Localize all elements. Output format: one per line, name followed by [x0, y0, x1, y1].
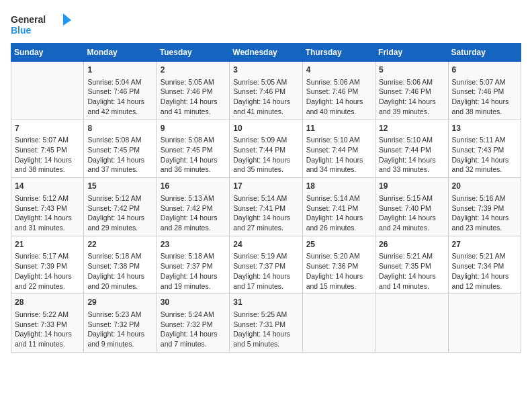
day-number: 10 [233, 123, 298, 134]
calendar-cell: 22Sunrise: 5:18 AMSunset: 7:38 PMDayligh… [84, 236, 157, 294]
week-row-5: 28Sunrise: 5:22 AMSunset: 7:33 PMDayligh… [11, 294, 521, 353]
day-number: 29 [87, 297, 152, 308]
header-day-thursday: Thursday [302, 44, 375, 62]
calendar-cell [375, 294, 448, 353]
calendar-cell: 30Sunrise: 5:24 AMSunset: 7:32 PMDayligh… [157, 294, 229, 353]
day-number: 5 [379, 64, 444, 76]
day-number: 8 [87, 123, 152, 134]
day-content: Sunrise: 5:05 AMSunset: 7:46 PMDaylight:… [233, 77, 298, 117]
day-content: Sunrise: 5:25 AMSunset: 7:31 PMDaylight:… [233, 310, 298, 349]
calendar-cell: 8Sunrise: 5:08 AMSunset: 7:45 PMDaylight… [84, 120, 157, 178]
day-content: Sunrise: 5:10 AMSunset: 7:44 PMDaylight:… [379, 135, 444, 175]
day-number: 2 [161, 64, 226, 76]
day-content: Sunrise: 5:12 AMSunset: 7:42 PMDaylight:… [87, 193, 152, 233]
week-row-1: 1Sunrise: 5:04 AMSunset: 7:46 PMDaylight… [11, 62, 521, 120]
day-content: Sunrise: 5:21 AMSunset: 7:34 PMDaylight:… [452, 251, 517, 291]
header-day-friday: Friday [375, 44, 448, 62]
calendar-body: 1Sunrise: 5:04 AMSunset: 7:46 PMDaylight… [11, 62, 521, 353]
header-day-saturday: Saturday [448, 44, 521, 62]
day-content: Sunrise: 5:19 AMSunset: 7:37 PMDaylight:… [233, 251, 298, 291]
svg-text:General: General [11, 14, 46, 25]
day-number: 7 [15, 123, 80, 134]
calendar-cell: 19Sunrise: 5:15 AMSunset: 7:40 PMDayligh… [375, 178, 448, 236]
day-number: 20 [452, 181, 517, 192]
calendar-cell: 28Sunrise: 5:22 AMSunset: 7:33 PMDayligh… [11, 294, 84, 353]
day-content: Sunrise: 5:07 AMSunset: 7:46 PMDaylight:… [452, 77, 517, 117]
calendar-cell: 23Sunrise: 5:18 AMSunset: 7:37 PMDayligh… [157, 236, 229, 294]
day-content: Sunrise: 5:18 AMSunset: 7:37 PMDaylight:… [161, 251, 226, 291]
day-number: 16 [161, 181, 226, 192]
day-content: Sunrise: 5:17 AMSunset: 7:39 PMDaylight:… [15, 251, 80, 291]
calendar-cell: 21Sunrise: 5:17 AMSunset: 7:39 PMDayligh… [11, 236, 84, 294]
calendar-cell: 11Sunrise: 5:10 AMSunset: 7:44 PMDayligh… [302, 120, 375, 178]
header-day-sunday: Sunday [11, 44, 84, 62]
calendar-cell [448, 294, 521, 353]
week-row-3: 14Sunrise: 5:12 AMSunset: 7:43 PMDayligh… [11, 178, 521, 236]
day-number: 13 [452, 123, 517, 134]
calendar-cell: 2Sunrise: 5:05 AMSunset: 7:46 PMDaylight… [157, 62, 229, 120]
calendar-cell: 13Sunrise: 5:11 AMSunset: 7:43 PMDayligh… [448, 120, 521, 178]
day-content: Sunrise: 5:20 AMSunset: 7:36 PMDaylight:… [306, 251, 371, 291]
day-number: 28 [15, 297, 80, 308]
day-content: Sunrise: 5:16 AMSunset: 7:39 PMDaylight:… [452, 193, 517, 233]
day-content: Sunrise: 5:13 AMSunset: 7:42 PMDaylight:… [161, 193, 226, 233]
day-number: 15 [87, 181, 152, 192]
day-number: 22 [87, 239, 152, 250]
day-number: 17 [233, 181, 298, 192]
calendar-cell: 9Sunrise: 5:08 AMSunset: 7:45 PMDaylight… [157, 120, 229, 178]
day-content: Sunrise: 5:08 AMSunset: 7:45 PMDaylight:… [87, 135, 152, 175]
day-number: 3 [233, 64, 298, 76]
calendar-cell: 6Sunrise: 5:07 AMSunset: 7:46 PMDaylight… [448, 62, 521, 120]
day-number: 6 [452, 64, 517, 76]
day-number: 19 [379, 181, 444, 192]
day-content: Sunrise: 5:21 AMSunset: 7:35 PMDaylight:… [379, 251, 444, 291]
day-number: 12 [379, 123, 444, 134]
day-content: Sunrise: 5:14 AMSunset: 7:41 PMDaylight:… [306, 193, 371, 233]
week-row-4: 21Sunrise: 5:17 AMSunset: 7:39 PMDayligh… [11, 236, 521, 294]
day-number: 24 [233, 239, 298, 250]
logo-svg: General Blue [11, 11, 71, 38]
svg-text:Blue: Blue [11, 25, 32, 36]
week-row-2: 7Sunrise: 5:07 AMSunset: 7:45 PMDaylight… [11, 120, 521, 178]
page-header: General Blue [11, 11, 521, 38]
calendar-cell [302, 294, 375, 353]
day-number: 31 [233, 297, 298, 308]
day-content: Sunrise: 5:24 AMSunset: 7:32 PMDaylight:… [161, 310, 226, 349]
calendar-table: SundayMondayTuesdayWednesdayThursdayFrid… [11, 43, 521, 353]
day-content: Sunrise: 5:12 AMSunset: 7:43 PMDaylight:… [15, 193, 80, 233]
logo: General Blue [11, 11, 71, 38]
calendar-cell: 31Sunrise: 5:25 AMSunset: 7:31 PMDayligh… [230, 294, 302, 353]
day-number: 9 [161, 123, 226, 134]
header-day-tuesday: Tuesday [157, 44, 229, 62]
calendar-cell: 16Sunrise: 5:13 AMSunset: 7:42 PMDayligh… [157, 178, 229, 236]
header-day-monday: Monday [84, 44, 157, 62]
day-number: 25 [306, 239, 371, 250]
calendar-cell: 7Sunrise: 5:07 AMSunset: 7:45 PMDaylight… [11, 120, 84, 178]
calendar-cell: 5Sunrise: 5:06 AMSunset: 7:46 PMDaylight… [375, 62, 448, 120]
calendar-cell: 17Sunrise: 5:14 AMSunset: 7:41 PMDayligh… [230, 178, 302, 236]
day-number: 26 [379, 239, 444, 250]
day-content: Sunrise: 5:14 AMSunset: 7:41 PMDaylight:… [233, 193, 298, 233]
calendar-cell: 24Sunrise: 5:19 AMSunset: 7:37 PMDayligh… [230, 236, 302, 294]
day-content: Sunrise: 5:07 AMSunset: 7:45 PMDaylight:… [15, 135, 80, 175]
day-number: 18 [306, 181, 371, 192]
calendar-cell: 1Sunrise: 5:04 AMSunset: 7:46 PMDaylight… [84, 62, 157, 120]
calendar-cell: 29Sunrise: 5:23 AMSunset: 7:32 PMDayligh… [84, 294, 157, 353]
calendar-cell: 3Sunrise: 5:05 AMSunset: 7:46 PMDaylight… [230, 62, 302, 120]
day-number: 14 [15, 181, 80, 192]
calendar-cell: 25Sunrise: 5:20 AMSunset: 7:36 PMDayligh… [302, 236, 375, 294]
day-number: 27 [452, 239, 517, 250]
day-content: Sunrise: 5:06 AMSunset: 7:46 PMDaylight:… [306, 77, 371, 117]
day-number: 23 [161, 239, 226, 250]
day-number: 21 [15, 239, 80, 250]
day-content: Sunrise: 5:18 AMSunset: 7:38 PMDaylight:… [87, 251, 152, 291]
calendar-cell [11, 62, 84, 120]
day-number: 11 [306, 123, 371, 134]
day-content: Sunrise: 5:05 AMSunset: 7:46 PMDaylight:… [161, 77, 226, 117]
day-content: Sunrise: 5:15 AMSunset: 7:40 PMDaylight:… [379, 193, 444, 233]
calendar-cell: 15Sunrise: 5:12 AMSunset: 7:42 PMDayligh… [84, 178, 157, 236]
calendar-header: SundayMondayTuesdayWednesdayThursdayFrid… [11, 44, 521, 62]
header-row: SundayMondayTuesdayWednesdayThursdayFrid… [11, 44, 521, 62]
calendar-cell: 10Sunrise: 5:09 AMSunset: 7:44 PMDayligh… [230, 120, 302, 178]
calendar-cell: 20Sunrise: 5:16 AMSunset: 7:39 PMDayligh… [448, 178, 521, 236]
